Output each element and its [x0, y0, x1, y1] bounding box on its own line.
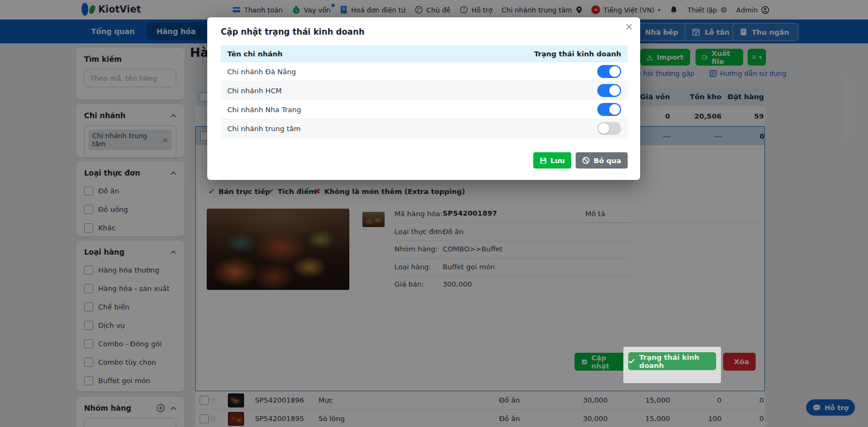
status-toggle[interactable] [597, 65, 621, 78]
branch-row: Chi nhánh Nha Trang [221, 100, 628, 119]
prohibit-icon [582, 157, 590, 164]
column-branch-name: Tên chi nhánh [227, 50, 283, 58]
branch-name: Chi nhánh HCM [227, 87, 282, 95]
status-toggle[interactable] [597, 122, 621, 135]
branch-row: Chi nhánh Đà Nẵng [221, 62, 628, 81]
branch-row: Chi nhánh trung tâm [221, 119, 628, 138]
close-icon[interactable]: × [625, 22, 633, 31]
branch-status-table: Tên chi nhánh Trạng thái kinh doanh Chi … [221, 46, 628, 138]
column-business-status: Trạng thái kinh doanh [534, 50, 621, 58]
action-highlight-box: Trạng thái kinh doanh [623, 347, 721, 383]
app-window: KiotViet Thanh toán $ Vay vốn Hoá đơn đi… [0, 0, 868, 427]
save-button[interactable]: Lưu [533, 152, 572, 169]
branch-name: Chi nhánh Nha Trang [227, 106, 301, 114]
check-icon [628, 358, 635, 364]
cancel-button[interactable]: Bỏ qua [576, 152, 628, 169]
business-status-modal: × Cập nhật trạng thái kinh doanh Tên chi… [207, 17, 640, 180]
status-toggle[interactable] [597, 103, 621, 116]
branch-row: Chi nhánh HCM [221, 81, 628, 100]
branch-name: Chi nhánh Đà Nẵng [227, 68, 296, 76]
modal-title: Cập nhật trạng thái kinh doanh [221, 27, 365, 37]
status-toggle[interactable] [597, 84, 621, 97]
save-floppy-icon [540, 157, 547, 164]
branch-name: Chi nhánh trung tâm [227, 125, 301, 133]
business-status-button-highlighted[interactable]: Trạng thái kinh doanh [628, 352, 716, 370]
